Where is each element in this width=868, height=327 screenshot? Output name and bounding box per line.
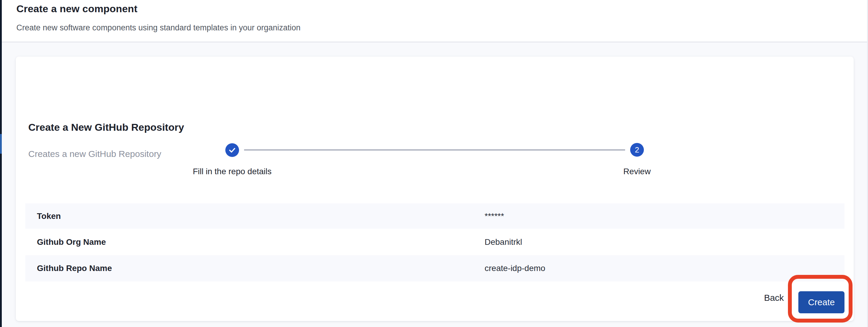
table-row-github-repo-name: Github Repo Name create-idp-demo [25, 255, 844, 281]
sidebar-active-accent [0, 134, 2, 154]
page-subtitle: Create new software components using sta… [17, 23, 301, 32]
step-1-label: Fill in the repo details [193, 167, 272, 176]
row-label: Token [37, 211, 61, 221]
step-1-indicator-completed[interactable] [225, 143, 239, 157]
row-value-masked: ****** [485, 211, 504, 221]
stepper-connector-line [244, 149, 625, 150]
page-title: Create a new component [17, 3, 137, 14]
template-description: Creates a new GitHub Repository [28, 149, 161, 159]
table-row-token: Token ****** [25, 203, 844, 229]
template-title: Create a New GitHub Repository [28, 121, 184, 133]
step-2-number: 2 [635, 145, 639, 154]
row-value: create-idp-demo [485, 264, 545, 273]
row-value: Debanitrkl [485, 237, 522, 247]
create-button[interactable]: Create [798, 291, 844, 313]
table-row-github-org-name: Github Org Name Debanitrkl [25, 229, 844, 255]
row-label: Github Org Name [37, 237, 106, 247]
review-table: Token ****** Github Org Name Debanitrkl … [25, 203, 844, 281]
row-label: Github Repo Name [37, 264, 112, 273]
step-2-indicator-active[interactable]: 2 [630, 143, 644, 157]
check-icon [228, 146, 236, 154]
page-header: Create a new component Create new softwa… [2, 0, 868, 42]
template-wizard-card: Create a New GitHub Repository Creates a… [16, 57, 854, 321]
back-button[interactable]: Back [764, 293, 784, 303]
step-2-label: Review [623, 167, 651, 176]
collapsed-sidebar-rail [0, 0, 2, 327]
